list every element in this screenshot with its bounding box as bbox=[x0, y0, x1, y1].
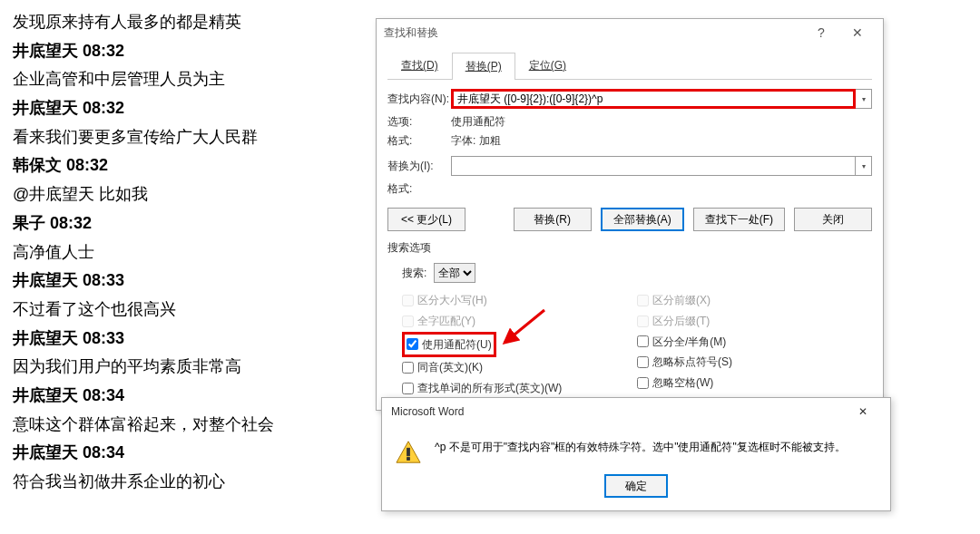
replace-label: 替换为(I): bbox=[387, 159, 451, 174]
format2-label: 格式: bbox=[387, 181, 451, 197]
search-direction-select[interactable]: 全部 bbox=[434, 263, 475, 283]
match-case-checkbox: 区分大小写(H) bbox=[402, 290, 637, 311]
find-replace-dialog: 查找和替换 ? ✕ 查找(D) 替换(P) 定位(G) 查找内容(N): ▾ 选… bbox=[376, 18, 884, 411]
suffix-checkbox: 区分后缀(T) bbox=[637, 311, 872, 332]
replace-button[interactable]: 替换(R) bbox=[514, 208, 592, 231]
ignore-punct-checkbox[interactable]: 忽略标点符号(S) bbox=[637, 352, 872, 373]
replace-all-button[interactable]: 全部替换(A) bbox=[601, 208, 684, 231]
error-message-dialog: Microsoft Word ✕ ^p 不是可用于"查找内容"框的有效特殊字符。… bbox=[381, 397, 891, 511]
fullwidth-checkbox[interactable]: 区分全/半角(M) bbox=[637, 332, 872, 353]
svg-rect-1 bbox=[407, 448, 410, 455]
search-options-title: 搜索选项 bbox=[387, 240, 872, 256]
close-button[interactable]: 关闭 bbox=[794, 208, 872, 231]
search-direction-label: 搜索: bbox=[402, 266, 426, 281]
options-label: 选项: bbox=[387, 114, 451, 130]
ignore-space-checkbox[interactable]: 忽略空格(W) bbox=[637, 373, 872, 393]
svg-rect-2 bbox=[407, 458, 410, 461]
dialog-titlebar[interactable]: 查找和替换 ? ✕ bbox=[377, 19, 883, 46]
dialog-tabs: 查找(D) 替换(P) 定位(G) bbox=[387, 52, 872, 80]
tab-goto[interactable]: 定位(G) bbox=[515, 52, 580, 79]
msgbox-text: ^p 不是可用于"查找内容"框的有效特殊字符。选中"使用通配符"复选框时不能被支… bbox=[435, 440, 846, 455]
close-icon[interactable]: ✕ bbox=[839, 20, 876, 45]
find-label: 查找内容(N): bbox=[387, 92, 451, 107]
help-button[interactable]: ? bbox=[803, 20, 839, 45]
msgbox-titlebar[interactable]: Microsoft Word ✕ bbox=[382, 398, 890, 425]
whole-word-checkbox: 全字匹配(Y) bbox=[402, 311, 637, 332]
chevron-down-icon[interactable]: ▾ bbox=[856, 89, 872, 109]
format-label: 格式: bbox=[387, 133, 451, 149]
dialog-title: 查找和替换 bbox=[384, 25, 803, 41]
all-forms-checkbox[interactable]: 查找单词的所有形式(英文)(W) bbox=[402, 378, 637, 399]
format2-value bbox=[451, 181, 872, 197]
prefix-checkbox: 区分前缀(X) bbox=[637, 290, 872, 311]
find-next-button[interactable]: 查找下一处(F) bbox=[693, 208, 785, 231]
less-options-button[interactable]: << 更少(L) bbox=[387, 208, 466, 231]
options-value: 使用通配符 bbox=[451, 114, 872, 130]
replace-input[interactable] bbox=[451, 156, 856, 176]
close-icon[interactable]: ✕ bbox=[845, 399, 881, 424]
ok-button[interactable]: 确定 bbox=[604, 474, 668, 498]
find-input[interactable] bbox=[451, 89, 856, 109]
warning-icon bbox=[395, 440, 422, 465]
format-value: 字体: 加粗 bbox=[451, 133, 872, 149]
wildcards-checkbox[interactable]: 使用通配符(U) bbox=[407, 335, 492, 355]
tab-find[interactable]: 查找(D) bbox=[387, 52, 452, 79]
sounds-like-checkbox[interactable]: 同音(英文)(K) bbox=[402, 357, 637, 378]
chevron-down-icon[interactable]: ▾ bbox=[856, 156, 872, 176]
tab-replace[interactable]: 替换(P) bbox=[452, 53, 515, 80]
msgbox-title: Microsoft Word bbox=[391, 405, 845, 418]
